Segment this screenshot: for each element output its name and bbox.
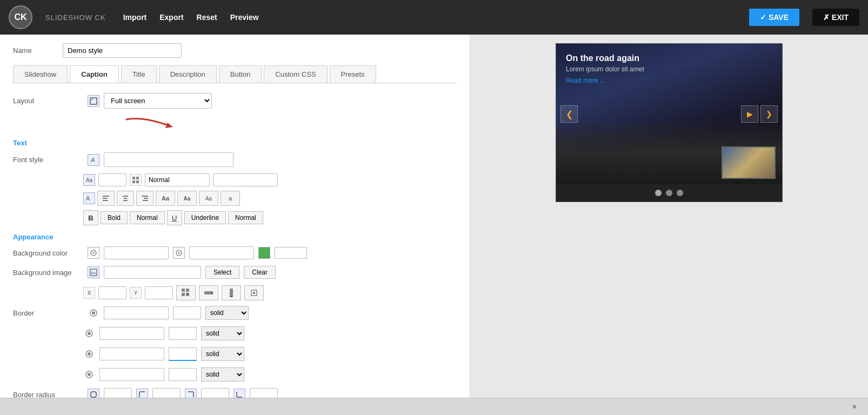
border-width-input-3[interactable]: [169, 347, 197, 361]
svg-rect-30: [204, 291, 213, 294]
bold-button[interactable]: Bold: [101, 211, 128, 224]
tab-title[interactable]: Title: [121, 65, 157, 83]
border-row-4: soliddasheddottednone: [83, 367, 457, 381]
name-input[interactable]: [63, 43, 182, 58]
tab-presets[interactable]: Presets: [330, 65, 376, 83]
svg-rect-1: [90, 98, 93, 101]
close-bottom-bar-button[interactable]: ✕: [847, 402, 862, 412]
text-size-large-button[interactable]: Aa: [156, 191, 175, 206]
position-horizontal-button[interactable]: [199, 285, 218, 300]
border-width-input-2[interactable]: [169, 327, 197, 340]
text-icon: A: [83, 192, 95, 204]
bg-image-select-button[interactable]: Select: [205, 266, 239, 279]
font-size-input[interactable]: [98, 173, 126, 186]
border-color-input-1[interactable]: [104, 306, 169, 319]
dots-row: [556, 184, 782, 202]
text-size-medium-button[interactable]: Aa: [177, 191, 197, 206]
bg-image-clear-button[interactable]: Clear: [244, 266, 276, 279]
save-button[interactable]: ✓ SAVE: [749, 9, 799, 26]
underline-button[interactable]: Underline: [184, 211, 226, 224]
tab-custom-css[interactable]: Custom CSS: [264, 65, 327, 83]
font-size-icon: Aa: [83, 174, 95, 186]
thumbnail-image: [723, 148, 774, 178]
nav-export[interactable]: Export: [159, 11, 183, 24]
position-vertical-button[interactable]: [222, 285, 241, 300]
border-row-2: soliddasheddottednone: [83, 326, 457, 340]
svg-rect-27: [182, 293, 185, 296]
border-style-select-4[interactable]: soliddasheddottednone: [201, 367, 244, 381]
bg-image-label: Background image: [13, 269, 83, 277]
svg-rect-32: [230, 289, 233, 297]
dot-3[interactable]: [677, 190, 683, 196]
svg-marker-24: [90, 271, 97, 274]
svg-text:A: A: [90, 157, 95, 163]
svg-point-20: [92, 252, 95, 254]
text-case-button[interactable]: a: [221, 191, 240, 206]
prev-arrow[interactable]: ❮: [560, 105, 578, 123]
text-section-header: Text: [13, 139, 457, 147]
y-position-input[interactable]: [145, 286, 173, 299]
next-arrow-1[interactable]: ▶: [741, 105, 758, 123]
bg-color-swatch-green[interactable]: [258, 247, 270, 259]
underline-icon: U: [167, 210, 182, 225]
bg-image-input[interactable]: [104, 266, 201, 279]
app-name: SLIDESHOW CK: [45, 14, 106, 22]
bg-color-picker-1[interactable]: [88, 247, 99, 259]
bg-color-picker-2[interactable]: [173, 247, 185, 259]
next-arrow-2[interactable]: ❯: [760, 105, 778, 123]
exit-button[interactable]: ✗ EXIT: [812, 9, 859, 26]
border-style-select-3[interactable]: soliddasheddottednone: [201, 347, 244, 361]
dot-1[interactable]: [655, 190, 662, 196]
border-color-input-2[interactable]: [99, 327, 164, 340]
font-style-input[interactable]: [104, 152, 233, 167]
nav-import[interactable]: Import: [123, 11, 147, 24]
preview-slide: On the road again Lorem ipsum dolor sit …: [556, 44, 782, 184]
svg-marker-2: [165, 123, 173, 128]
border-color-icon-4: [83, 369, 95, 380]
normal-2-button[interactable]: Normal: [228, 211, 263, 224]
next-arrows: ▶ ❯: [741, 105, 778, 123]
dot-2[interactable]: [666, 190, 672, 196]
border-style-select-2[interactable]: soliddasheddottednone: [201, 326, 244, 340]
svg-text:Aa: Aa: [86, 177, 93, 183]
text-size-small-button[interactable]: Aa: [199, 191, 218, 206]
align-right-button[interactable]: [136, 191, 153, 206]
nav-preview[interactable]: Preview: [230, 11, 259, 24]
font-style-row: Font style A: [13, 152, 457, 167]
border-color-input-3[interactable]: [99, 347, 164, 360]
align-left-button[interactable]: [97, 191, 115, 206]
bg-color-swatch-blank[interactable]: [275, 247, 307, 259]
font-weight-input[interactable]: [145, 173, 210, 186]
position-tile-button[interactable]: [176, 285, 196, 300]
border-style-select-1[interactable]: soliddasheddottednone: [205, 306, 249, 320]
svg-point-41: [88, 352, 91, 356]
svg-rect-7: [132, 180, 135, 183]
border-width-input-1[interactable]: [173, 306, 201, 319]
tab-description[interactable]: Description: [159, 65, 217, 83]
preview-link[interactable]: Read more ...: [566, 77, 605, 84]
position-row: X Y: [83, 285, 457, 300]
bg-color-input-2[interactable]: [189, 246, 254, 259]
tab-caption[interactable]: Caption: [70, 65, 118, 83]
tab-button[interactable]: Button: [219, 65, 262, 83]
bottom-bar: ✕: [0, 398, 868, 415]
svg-text:A: A: [86, 195, 90, 202]
font-size-row: Aa: [83, 173, 457, 186]
tab-slideshow[interactable]: Slideshow: [13, 65, 68, 83]
nav-reset[interactable]: Reset: [197, 11, 217, 24]
position-center-button[interactable]: [244, 285, 264, 300]
svg-rect-44: [91, 392, 96, 397]
bg-image-row: Background image Select Clear: [13, 266, 457, 279]
x-position-input[interactable]: [98, 286, 126, 299]
align-center-button[interactable]: [117, 191, 134, 206]
font-extra-input[interactable]: [213, 173, 278, 186]
nav-items: Import Export Reset Preview: [123, 11, 259, 24]
bg-color-input-1[interactable]: [104, 246, 169, 259]
layout-select[interactable]: Full screen Boxed Custom: [104, 93, 212, 109]
normal-style-button[interactable]: Normal: [130, 211, 165, 224]
preview-title: On the road again: [566, 53, 644, 63]
border-color-input-4[interactable]: [99, 368, 164, 381]
layout-icon: [88, 95, 99, 107]
border-width-input-4[interactable]: [169, 368, 197, 381]
border-label: Border: [13, 309, 83, 317]
